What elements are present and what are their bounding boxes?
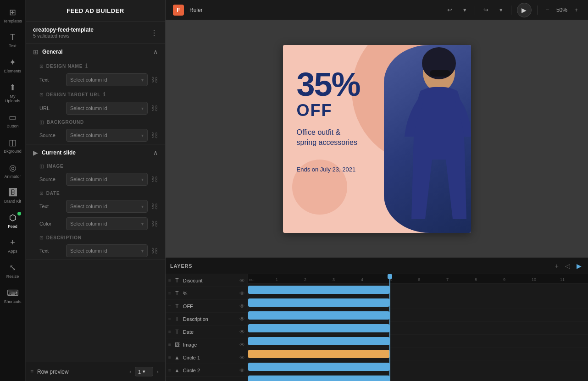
background-unlink-button[interactable]: ⛓ bbox=[151, 132, 158, 139]
nav-item-animator[interactable]: ◎ Animator bbox=[2, 159, 24, 182]
redo-dropdown-button[interactable]: ▾ bbox=[497, 5, 505, 15]
design-target-url-label: ⊡ DESIGN TARGET URL ℹ bbox=[26, 88, 165, 99]
design-name-unlink-button[interactable]: ⛓ bbox=[151, 76, 158, 83]
list-item[interactable]: ≡ T OFF 👁 bbox=[166, 300, 248, 313]
zoom-out-button[interactable]: − bbox=[543, 5, 552, 15]
date-color-select[interactable]: Select column id ▾ bbox=[66, 217, 148, 230]
nav-item-resize[interactable]: ⤡ Resize bbox=[2, 259, 24, 282]
nav-item-templates[interactable]: ⊞ Templates bbox=[2, 4, 24, 27]
undo-dropdown-button[interactable]: ▾ bbox=[460, 5, 469, 15]
image-source-select[interactable]: Select column id ▾ bbox=[66, 173, 148, 186]
background-source-select[interactable]: Select column id ▾ bbox=[66, 129, 148, 142]
layer-visibility-button[interactable]: 👁 bbox=[239, 303, 245, 309]
list-item[interactable]: ≡ ▲ Circle 2 👁 bbox=[166, 364, 248, 377]
track-rows bbox=[248, 283, 588, 381]
list-item[interactable]: ≡ T Date 👁 bbox=[166, 326, 248, 338]
zoom-controls: − 50% + bbox=[543, 5, 581, 15]
current-slide-collapse-button[interactable]: ∧ bbox=[153, 149, 158, 156]
ad-date: Ends on July 23, 2021 bbox=[297, 166, 360, 173]
date-text-select[interactable]: Select column id ▾ bbox=[66, 200, 148, 213]
table-row bbox=[248, 348, 588, 360]
row-select[interactable]: 1 ▾ bbox=[135, 367, 153, 376]
ad-model-area bbox=[375, 45, 471, 233]
date-text-unlink-button[interactable]: ⛓ bbox=[151, 203, 158, 210]
nav-item-apps[interactable]: + Apps bbox=[2, 234, 24, 257]
more-options-button[interactable]: ⋮ bbox=[150, 28, 158, 37]
design-name-label: ⊡ DESIGN NAME ℹ bbox=[26, 60, 165, 71]
timeline-add-button[interactable]: + bbox=[553, 261, 560, 271]
current-slide-icon: ▶ bbox=[33, 149, 38, 156]
layer-visibility-button[interactable]: 👁 bbox=[239, 290, 245, 297]
feed-panel: FEED AD BUILDER creatopy-feed-template 5… bbox=[26, 0, 166, 381]
canvas-area[interactable]: 35% OFF Office outfit & spring accessori… bbox=[166, 20, 588, 257]
list-item[interactable]: ≡ 🖼 Image 👁 bbox=[166, 338, 248, 351]
nav-item-brand-kit[interactable]: 🅱 Brand Kit bbox=[2, 184, 24, 207]
uploads-icon: ⬆ bbox=[9, 83, 16, 93]
layer-visibility-button[interactable]: 👁 bbox=[239, 342, 245, 348]
feed-info: creatopy-feed-template 5 validated rows … bbox=[26, 22, 165, 44]
logo-icon: F bbox=[173, 5, 184, 16]
layers-panel: ≡ T Discount 👁 ≡ T % 👁 ≡ T OFF 👁 bbox=[166, 274, 248, 381]
nav-item-feed[interactable]: ⬡ Feed bbox=[2, 209, 24, 232]
image-unlink-button[interactable]: ⛓ bbox=[151, 176, 158, 183]
undo-button[interactable]: ↩ bbox=[444, 5, 455, 15]
design-url-select[interactable]: Select column id ▾ bbox=[66, 102, 148, 115]
nav-item-text[interactable]: T Text bbox=[2, 29, 24, 52]
main-area: F Ruler ↩ ▾ ↪ ▾ ▶ − 50% + 35% OFF Office… bbox=[166, 0, 588, 381]
button-icon: ▭ bbox=[9, 112, 17, 122]
list-item[interactable]: ≡ T Description 👁 bbox=[166, 313, 248, 326]
track-bar-off bbox=[248, 311, 389, 320]
drag-handle: ≡ bbox=[168, 278, 171, 283]
timeline-tracks[interactable]: ec. 1 2 3 4 5 6 7 8 9 10 11 bbox=[248, 274, 588, 381]
redo-button[interactable]: ↪ bbox=[481, 5, 491, 15]
general-collapse-button[interactable]: ∧ bbox=[153, 48, 158, 55]
row-next-button[interactable]: › bbox=[155, 368, 161, 376]
general-section-header[interactable]: ⊞ General ∧ bbox=[26, 44, 165, 60]
table-row bbox=[248, 373, 588, 381]
url-unlink-button[interactable]: ⛓ bbox=[151, 105, 158, 112]
layer-type-icon-text: T bbox=[174, 316, 180, 322]
layer-name-percent: % bbox=[183, 291, 237, 296]
row-prev-button[interactable]: ‹ bbox=[128, 368, 133, 376]
design-url-row: URL Select column id ▾ ⛓ bbox=[26, 99, 165, 117]
date-icon: ⊡ bbox=[39, 191, 44, 196]
layer-visibility-button[interactable]: 👁 bbox=[239, 329, 245, 335]
zoom-in-button[interactable]: + bbox=[571, 5, 581, 15]
feed-name: creatopy-feed-template bbox=[33, 27, 94, 33]
nav-item-elements[interactable]: ✦ Elements bbox=[2, 54, 24, 77]
layer-visibility-button[interactable]: 👁 bbox=[239, 316, 245, 322]
ruler-mark-0: ec. bbox=[249, 277, 255, 282]
timeline-prev-button[interactable]: ◁ bbox=[563, 261, 572, 271]
date-color-unlink-button[interactable]: ⛓ bbox=[151, 220, 158, 227]
list-item[interactable]: ≡ T Discount 👁 bbox=[166, 274, 248, 287]
play-button[interactable]: ▶ bbox=[517, 3, 532, 17]
nav-item-shortcuts[interactable]: ⌨ Shortcuts bbox=[2, 284, 24, 308]
nav-item-button[interactable]: ▭ Button bbox=[2, 109, 24, 132]
layer-name-discount: Discount bbox=[183, 278, 237, 283]
layer-visibility-button[interactable]: 👁 bbox=[239, 277, 245, 284]
svg-rect-2 bbox=[430, 70, 450, 77]
nav-item-uploads[interactable]: ⬆ My Uploads bbox=[2, 79, 24, 107]
timeline-play-button[interactable]: ▶ bbox=[575, 261, 583, 271]
ruler-mark-3: 3 bbox=[333, 277, 335, 282]
timeline-ruler: ec. 1 2 3 4 5 6 7 8 9 10 11 bbox=[248, 274, 588, 283]
date-label: ⊡ DATE bbox=[26, 188, 165, 198]
separator-2 bbox=[511, 6, 511, 15]
timeline-actions: + ◁ ▶ bbox=[553, 261, 583, 271]
general-section-icon: ⊞ bbox=[33, 48, 39, 55]
row-preview-bar: ≡ Row preview ‹ 1 ▾ › bbox=[26, 362, 165, 381]
row-preview-icon: ≡ bbox=[30, 369, 33, 375]
list-item[interactable]: ≡ T % 👁 bbox=[166, 287, 248, 300]
nav-sidebar: ⊞ Templates T Text ✦ Elements ⬆ My Uploa… bbox=[0, 0, 26, 381]
layer-visibility-button[interactable]: 👁 bbox=[239, 367, 245, 374]
layer-visibility-button[interactable]: 👁 bbox=[239, 354, 245, 361]
design-name-text-row: Text Select column id ▾ ⛓ bbox=[26, 71, 165, 88]
general-section: ⊞ General ∧ ⊡ DESIGN NAME ℹ Text Select … bbox=[26, 44, 165, 144]
list-item[interactable]: ≡ ▲ Circle 1 👁 bbox=[166, 351, 248, 364]
nav-item-bkground[interactable]: ◫ Bkground bbox=[2, 134, 24, 157]
current-slide-header[interactable]: ▶ Current slide ∧ bbox=[26, 144, 165, 161]
description-text-select[interactable]: Select column id ▾ bbox=[66, 244, 148, 257]
ruler-mark-7: 7 bbox=[446, 277, 449, 282]
design-name-text-select[interactable]: Select column id ▾ bbox=[66, 73, 148, 86]
description-unlink-button[interactable]: ⛓ bbox=[151, 247, 158, 254]
